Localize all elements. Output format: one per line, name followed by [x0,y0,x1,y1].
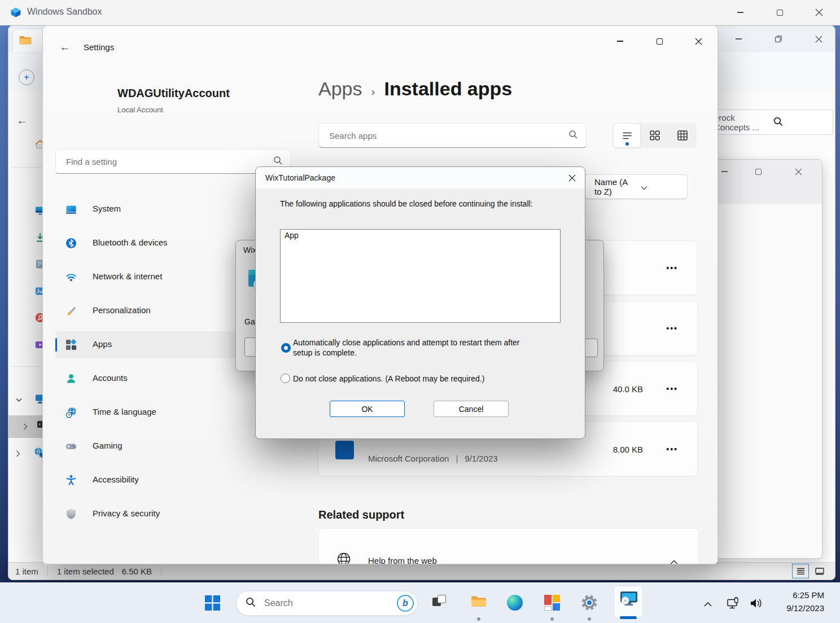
radio-do-not-close[interactable] [281,374,290,383]
app-date: 9/1/2023 [465,454,497,463]
details-view-button[interactable] [792,564,809,578]
search-icon [773,116,826,129]
radio-do-not-close-label[interactable]: Do not close applications. (A Reboot may… [293,374,484,383]
back-button[interactable]: ← [55,38,75,56]
applications-listbox[interactable]: App [280,229,561,323]
app-icon [335,441,354,459]
bing-icon[interactable]: b [397,595,414,612]
status-selected-count: 1 item selected [57,567,114,576]
settings-close-button[interactable] [685,32,711,51]
chevron-down-icon [641,182,678,192]
host-close-button[interactable] [803,0,835,25]
tray-time: 6:25 PM [762,589,824,602]
grid-view-button[interactable] [641,123,668,148]
sort-label: Name (A to Z) [594,177,632,196]
windows-sandbox-icon [10,7,21,20]
file-explorer-taskbar-icon[interactable] [470,594,487,610]
host-minimize-button[interactable] [724,0,756,25]
dialog-message: The following applications should be clo… [280,199,568,208]
sidebar-item-label: Accounts [93,373,128,383]
sidebar-item-label: System [93,204,121,213]
account-name: WDAGUtilityAccount [117,87,230,100]
icons-view-button[interactable] [811,564,828,578]
chevron-right-icon [23,422,28,432]
ok-button[interactable]: OK [330,401,405,417]
host-maximize-button[interactable] [763,0,796,25]
breadcrumb: Apps › Installed apps [318,78,512,100]
tray-clock[interactable]: 6:25 PM 9/12/2023 [762,589,824,615]
chevron-right-icon[interactable] [16,449,20,459]
radio-auto-close-label-line2[interactable]: setup is complete. [293,348,357,357]
system-icon [65,204,77,215]
tray-date: 9/12/2023 [762,602,824,615]
dialog-close-button[interactable] [561,168,583,187]
sidebar-item-label: Network & internet [93,271,162,281]
globe-clock-icon [65,407,77,418]
settings-maximize-button[interactable] [646,32,672,51]
more-options-button[interactable]: ••• [666,264,678,273]
explorer-search-text: erock Concepts ... [714,113,767,132]
more-options-button[interactable]: ••• [666,324,678,333]
bg-close-button[interactable] [788,164,808,179]
bg-maximize-button[interactable] [748,164,768,179]
shield-icon [65,508,77,520]
taskbar-search[interactable]: b [236,591,418,616]
edge-taskbar-icon[interactable] [507,595,523,611]
search-apps-input[interactable] [328,130,568,141]
related-support-heading: Related support [318,508,404,521]
radio-auto-close[interactable] [281,343,291,353]
sidebar-item-label: Accessibility [93,475,139,484]
explorer-back-button[interactable]: ← [16,114,28,127]
help-from-web-card[interactable]: Help from the web [318,528,699,564]
screen: + erock Concepts ... ← [0,0,840,623]
search-apps-box[interactable] [318,123,587,148]
sidebar-item-label: Gaming [93,441,123,450]
settings-taskbar-icon[interactable] [581,595,597,613]
status-divider [161,567,161,576]
settings-minimize-button[interactable] [607,32,633,51]
breadcrumb-separator: › [371,85,375,98]
task-view-icon-overlay[interactable] [438,595,446,603]
explorer-restore-button[interactable] [768,32,789,46]
find-setting-input[interactable] [65,156,273,167]
more-options-button[interactable]: ••• [666,384,678,393]
search-icon [273,156,283,168]
breadcrumb-apps[interactable]: Apps [318,78,362,100]
more-options-button[interactable]: ••• [666,445,678,454]
brush-icon [65,305,77,317]
sort-dropdown[interactable]: Name (A to Z) [585,174,688,199]
chevron-down-icon[interactable] [16,394,22,405]
sandbox-taskbar-button[interactable] [614,586,643,618]
tray-network-icon[interactable] [727,597,741,612]
help-from-web-label: Help from the web [368,556,437,564]
radio-auto-close-label-line1[interactable]: Automatically close applications and att… [293,338,520,347]
app-size: 8.00 KB [613,444,643,454]
explorer-close-button[interactable] [808,32,829,46]
bluetooth-icon [65,238,77,249]
sidebar-item-label: Bluetooth & devices [93,238,168,247]
sidebar-item-label: Time & language [93,407,156,416]
chevron-up-icon[interactable] [670,557,678,564]
explorer-minimize-button[interactable] [728,32,749,46]
list-view-button[interactable] [613,123,641,148]
settings-window-title: Settings [84,42,114,52]
list-item[interactable]: App [285,231,560,240]
store-taskbar-icon[interactable] [544,595,560,611]
table-view-button[interactable] [668,123,696,148]
explorer-search-box[interactable]: erock Concepts ... [708,109,833,135]
tray-chevron-up-icon[interactable] [704,599,712,609]
page-title: Installed apps [384,78,513,100]
taskbar: b 6:25 PM [0,582,840,623]
dialog-title: WixTutorialPackage [265,173,335,182]
taskbar-search-input[interactable] [263,598,417,609]
globe-icon [336,551,352,564]
cancel-button[interactable]: Cancel [434,401,509,417]
start-button[interactable] [205,595,220,613]
sidebar-item-accessibility[interactable]: Accessibility [55,467,291,494]
status-selected-size: 6.50 KB [122,567,152,576]
explorer-status-bar: 1 item 1 item selected 6.50 KB [8,562,835,580]
sidebar-item-privacy[interactable]: Privacy & security [55,501,291,528]
sandbox-host-titlebar: Windows Sandbox [0,0,840,25]
status-item-count: 1 item [15,567,38,576]
new-tab-button[interactable]: + [19,69,34,85]
